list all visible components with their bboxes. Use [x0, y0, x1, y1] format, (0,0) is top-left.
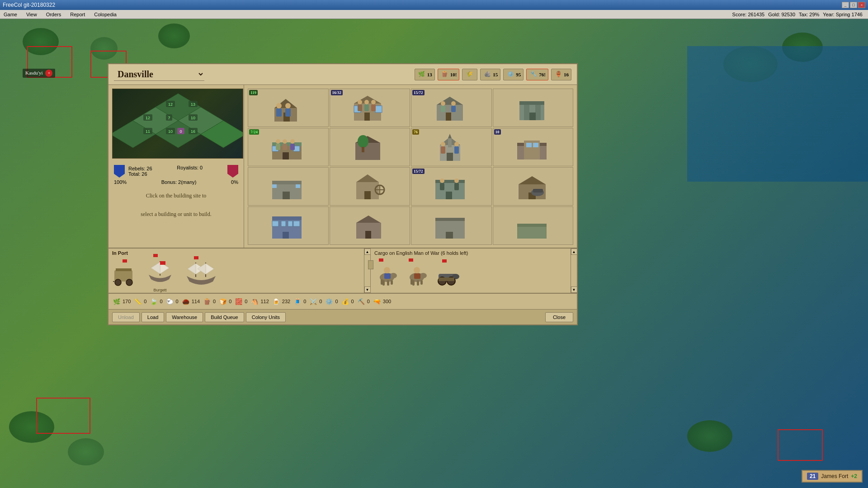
svg-rect-62: [283, 144, 287, 150]
colony-instructions: Click on the building site to select a b…: [108, 188, 244, 222]
svg-point-136: [384, 267, 390, 273]
svg-rect-77: [454, 146, 459, 154]
svg-rect-122: [116, 268, 132, 271]
colony-units-button[interactable]: Colony Units: [246, 312, 286, 322]
port-unit-ship-small[interactable]: Burgett: [144, 257, 176, 292]
building-slot-9[interactable]: [248, 167, 329, 206]
svg-marker-102: [519, 176, 546, 184]
stats-row-percent: 100% Bonus: 2(many) 0%: [114, 179, 238, 185]
building-slot-2[interactable]: 16/32: [330, 89, 410, 127]
building-slot-16[interactable]: [493, 206, 574, 245]
warehouse-button[interactable]: Warehouse: [166, 312, 203, 322]
svg-rect-142: [410, 279, 413, 285]
building-slot-11[interactable]: 15/72: [411, 167, 492, 206]
menu-colopedia[interactable]: Colopedia: [92, 11, 118, 18]
svg-point-40: [371, 100, 376, 104]
svg-rect-134: [381, 279, 383, 285]
res-bar-cloth: ⚔️ 0: [309, 297, 322, 306]
cargo-unit-cannon[interactable]: [434, 261, 461, 288]
maximize-button[interactable]: □: [850, 2, 857, 8]
royalists-label: Royalists: 0: [177, 165, 203, 170]
building-slot-15[interactable]: [411, 206, 492, 245]
stats-row-rebels: Rebels: 26 Total: 26 Royalists: 0: [114, 165, 238, 178]
stone-icon: 🪨: [483, 70, 492, 79]
port-section: In Port: [108, 249, 371, 293]
svg-marker-89: [356, 174, 379, 182]
svg-rect-112: [288, 221, 292, 226]
resource-icons: 🌿 13 🪵 10! 🌾 🪨 15 ⚙️ 95 🔧 76!: [415, 69, 571, 80]
building-slot-14[interactable]: [330, 206, 410, 245]
tax-display: Tax: 29%: [799, 12, 819, 17]
building-slot-6[interactable]: [330, 128, 410, 166]
res-bar-ore: 🍞 0: [218, 297, 231, 306]
left-panel: 12 13 12 7 10 10 11 16: [108, 85, 244, 248]
build-queue-button[interactable]: Build Queue: [205, 312, 244, 322]
svg-rect-120: [517, 224, 547, 227]
svg-rect-37: [358, 104, 362, 111]
port-scroll-up[interactable]: ▲: [364, 249, 371, 255]
cargo-unit-cavalry-2[interactable]: [404, 260, 427, 289]
building-slot-3[interactable]: 15/72: [411, 89, 492, 127]
port-scroll-down[interactable]: ▼: [364, 286, 371, 293]
ship-name: Burgett: [144, 288, 176, 292]
svg-rect-86: [272, 184, 277, 188]
building-badge-1: 119: [249, 90, 258, 95]
colony-map[interactable]: 12 13 12 7 10 10 11 16: [112, 89, 243, 159]
building-slot-10[interactable]: [330, 167, 410, 206]
svg-point-141: [420, 273, 427, 278]
unload-button[interactable]: Unload: [112, 312, 140, 322]
colony-name-select[interactable]: Dansville: [114, 68, 204, 81]
port-ships: Burgett: [108, 258, 364, 291]
res-trade-icon: 💰: [341, 297, 350, 306]
cargo-unit-cavalry-1[interactable]: [374, 260, 397, 289]
menu-game[interactable]: Game: [2, 11, 19, 18]
cavalry-flag-2: [409, 258, 413, 262]
svg-text:7: 7: [168, 116, 170, 120]
port-unit-wagon[interactable]: [112, 261, 137, 288]
close-window-button[interactable]: ×: [858, 2, 865, 8]
building-slot-7[interactable]: 76: [411, 128, 492, 166]
svg-point-133: [390, 273, 397, 278]
svg-point-74: [441, 142, 445, 146]
building-slot-1[interactable]: 119: [248, 89, 329, 127]
svg-rect-52: [535, 105, 541, 120]
res-bar-cigars: 🧵 0: [293, 297, 306, 306]
svg-text:16: 16: [191, 129, 195, 134]
port-unit-ship-large[interactable]: [183, 259, 219, 290]
menu-view[interactable]: View: [24, 11, 39, 18]
cargo-scroll-up[interactable]: ▲: [571, 249, 577, 255]
svg-point-27: [276, 103, 282, 108]
svg-rect-110: [293, 221, 300, 226]
svg-point-123: [115, 279, 121, 286]
cavalry-flag-1: [379, 258, 383, 262]
menu-orders[interactable]: Orders: [44, 11, 63, 18]
svg-rect-28: [276, 108, 282, 117]
res-bar-muskets: 🔫 300: [373, 297, 391, 306]
building-slot-8[interactable]: 10: [493, 128, 574, 166]
fort-notification: 21 James Fort +2: [802, 470, 863, 483]
svg-rect-109: [272, 221, 278, 226]
load-button[interactable]: Load: [142, 312, 164, 322]
cargo-scroll-down[interactable]: ▼: [571, 286, 577, 293]
minimize-button[interactable]: _: [842, 2, 849, 8]
close-dialog-button[interactable]: Close: [545, 312, 573, 322]
res-muskets-icon: 🔫: [373, 297, 382, 306]
action-buttons: Unload Load Warehouse Build Queue Colony…: [108, 309, 577, 324]
svg-rect-111: [281, 221, 286, 226]
res-bar-rum: 🍺 232: [272, 297, 290, 306]
svg-point-47: [451, 101, 456, 106]
svg-rect-98: [440, 183, 444, 190]
building-slot-13[interactable]: [248, 206, 329, 245]
res-bar-horses: 🐴 112: [250, 297, 269, 306]
svg-rect-84: [272, 181, 302, 184]
svg-point-124: [126, 279, 132, 286]
menu-report[interactable]: Report: [68, 11, 87, 18]
menu-bar: Game View Orders Report Colopedia Score:…: [0, 10, 868, 19]
building-slot-4[interactable]: [493, 89, 574, 127]
res-lumber-icon: 🪵: [203, 297, 212, 306]
svg-rect-33: [364, 113, 370, 121]
lumber-icon: 🪵: [440, 70, 449, 79]
building-slot-12[interactable]: [493, 167, 574, 206]
building-slot-5[interactable]: 7/24: [248, 128, 329, 166]
svg-rect-96: [446, 192, 452, 199]
